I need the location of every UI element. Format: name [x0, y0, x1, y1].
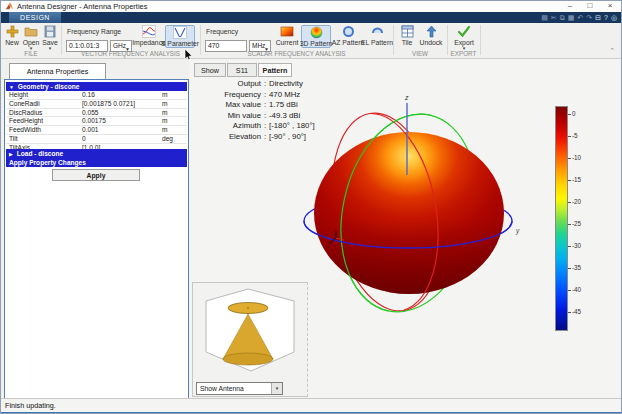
- title-bar: Antenna Designer - Antenna Properties – …: [1, 1, 622, 12]
- impedance-button[interactable]: Impedance: [135, 25, 163, 46]
- table-row: ConeRadii [0.001875 0.0721] m: [6, 100, 187, 109]
- table-row: FeedHeight 0.00175 m: [6, 117, 187, 126]
- table-row: Tilt 0 deg: [6, 135, 187, 144]
- chevron-down-icon: ▾: [271, 383, 282, 394]
- copy-icon[interactable]: ⧉: [560, 13, 565, 22]
- export-check-icon: [457, 25, 471, 38]
- undock-icon: [425, 25, 438, 38]
- open-icon: [24, 25, 38, 38]
- colorbar-tick: -35: [572, 264, 592, 272]
- pattern-3d-icon: [310, 26, 323, 39]
- quick-access-toolbar: ▤ ✂ ⧉ ▦ ↶ ↷ ⊟ ? ◎: [541, 13, 617, 22]
- status-bar: Finish updating.: [1, 398, 622, 412]
- section-label-scalar: SCALAR FREQUENCY ANALYSIS: [200, 50, 393, 58]
- collapse-toolstrip-icon[interactable]: ⌃: [609, 47, 615, 55]
- redo-icon[interactable]: ↷: [586, 13, 592, 22]
- section-label-vector: VECTOR FREQUENCY ANALYSIS: [61, 50, 200, 58]
- close-button[interactable]: ×: [601, 1, 619, 12]
- show-antenna-select[interactable]: Show Antenna ▾: [196, 382, 283, 395]
- cut-icon[interactable]: ✂: [551, 13, 557, 22]
- undo-icon[interactable]: ↶: [577, 13, 583, 22]
- open-button[interactable]: Open ▾: [22, 25, 40, 50]
- load-section-header[interactable]: ▶ Load - discone: [6, 149, 187, 158]
- colorbar-tick: -20: [572, 198, 592, 206]
- s-parameter-button[interactable]: S Parameter: [165, 25, 195, 48]
- colorbar-tick: -15: [572, 176, 592, 184]
- antenna-properties-panel: ▼ Geometry - discone Height 0.16 m ConeR…: [4, 79, 189, 400]
- minimize-ribbon-icon[interactable]: ⊟: [595, 13, 601, 22]
- undock-button[interactable]: Undock: [419, 25, 443, 46]
- toolstrip: New Open ▾ Save ▾ Frequency Range 0.1:0.…: [1, 23, 622, 59]
- geometry-section-header[interactable]: ▼ Geometry - discone: [6, 82, 187, 91]
- colorbar-tick: -40: [572, 286, 592, 294]
- current-button[interactable]: Current: [275, 25, 299, 46]
- status-text: Finish updating.: [5, 401, 56, 410]
- y-axis-label: y: [515, 227, 520, 235]
- frequency-range-label: Frequency Range: [67, 28, 121, 35]
- az-pattern-button[interactable]: AZ Pattern: [334, 25, 362, 46]
- export-button[interactable]: Export ▾: [452, 25, 476, 50]
- figure-area: Show S11 Pattern Output:Directivity Freq…: [189, 59, 622, 398]
- resources-icon[interactable]: ◎: [611, 13, 617, 22]
- save-button[interactable]: Save ▾: [42, 25, 58, 50]
- colorbar-tick: -25: [572, 220, 592, 228]
- colorbar-tick: -30: [572, 242, 592, 250]
- colorbar-tick: -10: [572, 154, 592, 162]
- antenna-preview-panel: Show Antenna ▾: [192, 282, 308, 397]
- new-icon: [6, 25, 19, 38]
- tile-icon: [401, 25, 414, 38]
- matlab-icon: [5, 2, 14, 11]
- section-label-export: EXPORT: [447, 50, 480, 58]
- table-row: FeedWidth 0.001 m: [6, 126, 187, 135]
- tab-antenna-properties[interactable]: Antenna Properties: [9, 63, 106, 80]
- z-axis-label: z: [404, 94, 409, 101]
- section-label-file: FILE: [1, 50, 61, 58]
- paste-icon[interactable]: ▦: [568, 13, 575, 22]
- s-parameter-icon: [173, 26, 187, 39]
- maximize-button[interactable]: □: [581, 1, 599, 12]
- impedance-icon: [142, 25, 156, 38]
- el-pattern-button[interactable]: EL Pattern: [364, 25, 390, 46]
- colorbar-tick: -5: [572, 132, 592, 140]
- colorbar-tick: 0: [572, 110, 592, 118]
- window-title: Antenna Designer - Antenna Properties: [17, 2, 148, 11]
- expand-triangle-icon: ▶: [9, 151, 13, 157]
- az-pattern-icon: [342, 25, 355, 38]
- help-icon[interactable]: ?: [604, 13, 608, 22]
- save-disk-icon: [44, 25, 56, 38]
- table-row: DiscRadius 0.055 m: [6, 109, 187, 118]
- colorbar-tick: -45: [572, 308, 592, 316]
- tab-design[interactable]: DESIGN: [9, 12, 61, 23]
- apply-section-header: Apply Property Changes: [6, 158, 187, 167]
- tile-button[interactable]: Tile: [398, 25, 416, 46]
- minimize-button[interactable]: –: [561, 1, 579, 12]
- frequency-label: Frequency: [206, 28, 238, 35]
- el-pattern-icon: [371, 25, 384, 38]
- new-button[interactable]: New: [4, 25, 20, 46]
- colorbar: [555, 106, 568, 331]
- ribbon-tab-strip: DESIGN ▤ ✂ ⧉ ▦ ↶ ↷ ⊟ ? ◎: [1, 12, 622, 23]
- section-label-view: VIEW: [393, 50, 447, 58]
- current-icon: [280, 25, 294, 38]
- collapse-triangle-icon: ▼: [9, 84, 14, 90]
- table-row: Height 0.16 m: [6, 91, 187, 100]
- antenna-designer-window: Antenna Designer - Antenna Properties – …: [0, 0, 622, 414]
- save-icon[interactable]: ▤: [541, 13, 548, 22]
- apply-button[interactable]: Apply: [52, 169, 140, 181]
- pattern-3d-button[interactable]: 3D Pattern: [301, 25, 331, 48]
- antenna-preview-plot[interactable]: [193, 283, 307, 379]
- property-table: Height 0.16 m ConeRadii [0.001875 0.0721…: [6, 91, 187, 153]
